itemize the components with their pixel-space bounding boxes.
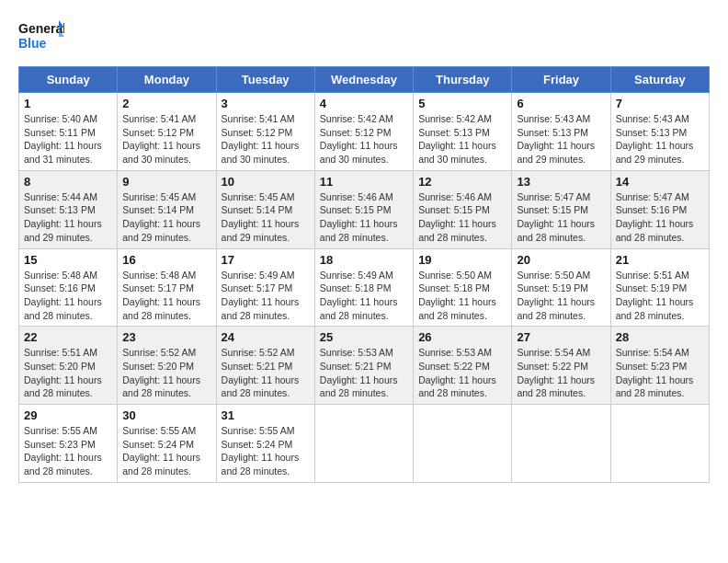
calendar-cell: 20 Sunrise: 5:50 AMSunset: 5:19 PMDaylig…: [512, 248, 610, 327]
calendar-cell: 30 Sunrise: 5:55 AMSunset: 5:24 PMDaylig…: [118, 405, 216, 483]
day-number: 12: [418, 175, 506, 189]
calendar-cell: 8 Sunrise: 5:44 AMSunset: 5:13 PMDayligh…: [19, 170, 118, 248]
header-day-wednesday: Wednesday: [314, 67, 413, 93]
day-info: Sunrise: 5:46 AMSunset: 5:15 PMDaylight:…: [320, 190, 408, 245]
day-info: Sunrise: 5:53 AMSunset: 5:21 PMDaylight:…: [320, 346, 408, 400]
day-number: 6: [517, 97, 605, 110]
calendar-cell: 23 Sunrise: 5:52 AMSunset: 5:20 PMDaylig…: [118, 327, 216, 405]
week-row-5: 29 Sunrise: 5:55 AMSunset: 5:23 PMDaylig…: [19, 405, 710, 483]
day-number: 3: [222, 97, 310, 110]
day-info: Sunrise: 5:55 AMSunset: 5:24 PMDaylight:…: [222, 424, 310, 478]
day-number: 24: [222, 330, 310, 344]
calendar-cell: 16 Sunrise: 5:48 AMSunset: 5:17 PMDaylig…: [118, 248, 216, 327]
header-day-saturday: Saturday: [610, 67, 709, 93]
day-number: 14: [616, 175, 704, 189]
calendar-cell: 28 Sunrise: 5:54 AMSunset: 5:23 PMDaylig…: [610, 327, 709, 405]
calendar-cell: 21 Sunrise: 5:51 AMSunset: 5:19 PMDaylig…: [610, 248, 709, 327]
day-number: 2: [122, 97, 210, 110]
day-info: Sunrise: 5:51 AMSunset: 5:20 PMDaylight:…: [24, 346, 112, 400]
day-number: 5: [418, 97, 506, 110]
header-day-friday: Friday: [512, 67, 610, 93]
calendar-table: SundayMondayTuesdayWednesdayThursdayFrid…: [18, 66, 710, 483]
logo-svg: General Blue: [18, 18, 64, 57]
day-info: Sunrise: 5:42 AMSunset: 5:13 PMDaylight:…: [418, 112, 506, 167]
calendar-cell: 24 Sunrise: 5:52 AMSunset: 5:21 PMDaylig…: [216, 327, 314, 405]
week-row-1: 1 Sunrise: 5:40 AMSunset: 5:11 PMDayligh…: [19, 93, 710, 171]
day-number: 22: [24, 330, 112, 344]
day-number: 16: [122, 253, 210, 267]
day-info: Sunrise: 5:50 AMSunset: 5:18 PMDaylight:…: [418, 269, 506, 323]
day-info: Sunrise: 5:42 AMSunset: 5:12 PMDaylight:…: [320, 112, 408, 167]
day-info: Sunrise: 5:54 AMSunset: 5:22 PMDaylight:…: [517, 346, 605, 400]
day-info: Sunrise: 5:53 AMSunset: 5:22 PMDaylight:…: [418, 346, 506, 400]
week-row-4: 22 Sunrise: 5:51 AMSunset: 5:20 PMDaylig…: [19, 327, 710, 405]
day-number: 20: [517, 253, 605, 267]
day-number: 26: [418, 330, 506, 344]
day-info: Sunrise: 5:50 AMSunset: 5:19 PMDaylight:…: [517, 269, 605, 323]
day-info: Sunrise: 5:41 AMSunset: 5:12 PMDaylight:…: [222, 112, 310, 167]
calendar-cell: 27 Sunrise: 5:54 AMSunset: 5:22 PMDaylig…: [512, 327, 610, 405]
calendar-cell: 4 Sunrise: 5:42 AMSunset: 5:12 PMDayligh…: [314, 93, 413, 171]
day-number: 13: [517, 175, 605, 189]
calendar-cell: 2 Sunrise: 5:41 AMSunset: 5:12 PMDayligh…: [118, 93, 216, 171]
day-number: 17: [222, 253, 310, 267]
calendar-cell: 12 Sunrise: 5:46 AMSunset: 5:15 PMDaylig…: [414, 170, 512, 248]
day-info: Sunrise: 5:47 AMSunset: 5:16 PMDaylight:…: [616, 190, 704, 245]
day-info: Sunrise: 5:55 AMSunset: 5:23 PMDaylight:…: [24, 424, 112, 478]
calendar-cell: 29 Sunrise: 5:55 AMSunset: 5:23 PMDaylig…: [19, 405, 118, 483]
day-info: Sunrise: 5:54 AMSunset: 5:23 PMDaylight:…: [616, 346, 704, 400]
day-info: Sunrise: 5:52 AMSunset: 5:21 PMDaylight:…: [222, 346, 310, 400]
day-number: 30: [122, 408, 210, 422]
day-info: Sunrise: 5:45 AMSunset: 5:14 PMDaylight:…: [122, 190, 210, 245]
calendar-cell: 1 Sunrise: 5:40 AMSunset: 5:11 PMDayligh…: [19, 93, 118, 171]
logo: General Blue: [18, 18, 64, 57]
day-info: Sunrise: 5:43 AMSunset: 5:13 PMDaylight:…: [517, 112, 605, 167]
day-info: Sunrise: 5:55 AMSunset: 5:24 PMDaylight:…: [122, 424, 210, 478]
day-number: 10: [222, 175, 310, 189]
calendar-cell: 5 Sunrise: 5:42 AMSunset: 5:13 PMDayligh…: [414, 93, 512, 171]
day-info: Sunrise: 5:46 AMSunset: 5:15 PMDaylight:…: [418, 190, 506, 245]
day-info: Sunrise: 5:48 AMSunset: 5:17 PMDaylight:…: [122, 269, 210, 323]
day-number: 27: [517, 330, 605, 344]
day-info: Sunrise: 5:49 AMSunset: 5:17 PMDaylight:…: [222, 269, 310, 323]
calendar-cell: 18 Sunrise: 5:49 AMSunset: 5:18 PMDaylig…: [314, 248, 413, 327]
day-info: Sunrise: 5:49 AMSunset: 5:18 PMDaylight:…: [320, 269, 408, 323]
day-number: 9: [122, 175, 210, 189]
header-day-tuesday: Tuesday: [216, 67, 314, 93]
day-info: Sunrise: 5:44 AMSunset: 5:13 PMDaylight:…: [24, 190, 112, 245]
day-number: 28: [616, 330, 704, 344]
day-number: 8: [24, 175, 112, 189]
day-info: Sunrise: 5:40 AMSunset: 5:11 PMDaylight:…: [24, 112, 112, 167]
day-info: Sunrise: 5:48 AMSunset: 5:16 PMDaylight:…: [24, 269, 112, 323]
week-row-2: 8 Sunrise: 5:44 AMSunset: 5:13 PMDayligh…: [19, 170, 710, 248]
calendar-cell: 10 Sunrise: 5:45 AMSunset: 5:14 PMDaylig…: [216, 170, 314, 248]
day-number: 18: [320, 253, 408, 267]
day-number: 1: [24, 97, 112, 110]
day-number: 15: [24, 253, 112, 267]
calendar-cell: [414, 405, 512, 483]
calendar-cell: [314, 405, 413, 483]
calendar-cell: 6 Sunrise: 5:43 AMSunset: 5:13 PMDayligh…: [512, 93, 610, 171]
calendar-cell: [610, 405, 709, 483]
calendar-cell: 26 Sunrise: 5:53 AMSunset: 5:22 PMDaylig…: [414, 327, 512, 405]
calendar-cell: 11 Sunrise: 5:46 AMSunset: 5:15 PMDaylig…: [314, 170, 413, 248]
calendar-cell: 14 Sunrise: 5:47 AMSunset: 5:16 PMDaylig…: [610, 170, 709, 248]
calendar-cell: [512, 405, 610, 483]
header-day-sunday: Sunday: [19, 67, 118, 93]
day-number: 4: [320, 97, 408, 110]
calendar-cell: 9 Sunrise: 5:45 AMSunset: 5:14 PMDayligh…: [118, 170, 216, 248]
day-number: 23: [122, 330, 210, 344]
calendar-cell: 22 Sunrise: 5:51 AMSunset: 5:20 PMDaylig…: [19, 327, 118, 405]
day-number: 29: [24, 408, 112, 422]
calendar-cell: 15 Sunrise: 5:48 AMSunset: 5:16 PMDaylig…: [19, 248, 118, 327]
calendar-cell: 13 Sunrise: 5:47 AMSunset: 5:15 PMDaylig…: [512, 170, 610, 248]
calendar-cell: 25 Sunrise: 5:53 AMSunset: 5:21 PMDaylig…: [314, 327, 413, 405]
day-number: 11: [320, 175, 408, 189]
header: General Blue: [18, 18, 710, 57]
week-row-3: 15 Sunrise: 5:48 AMSunset: 5:16 PMDaylig…: [19, 248, 710, 327]
svg-text:Blue: Blue: [18, 36, 47, 51]
svg-text:General: General: [18, 21, 64, 36]
header-day-thursday: Thursday: [414, 67, 512, 93]
calendar-cell: 31 Sunrise: 5:55 AMSunset: 5:24 PMDaylig…: [216, 405, 314, 483]
calendar-cell: 19 Sunrise: 5:50 AMSunset: 5:18 PMDaylig…: [414, 248, 512, 327]
